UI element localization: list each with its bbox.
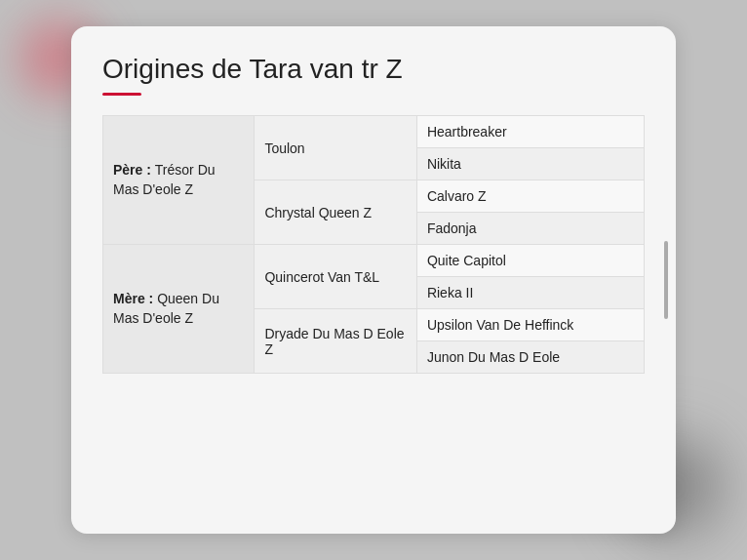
label-pere: Père :	[113, 162, 155, 178]
page-title: Origines de Tara van tr Z	[102, 54, 645, 85]
quite-capitol-name: Quite Capitol	[427, 253, 506, 268]
label-mere: Mère :	[113, 291, 157, 306]
chrystal-name: Chrystal Queen Z	[264, 205, 372, 220]
toulon-name: Toulon	[264, 140, 304, 156]
quincerot-name: Quincerot Van T&L	[264, 269, 379, 285]
rieka-name: Rieka II	[427, 285, 473, 300]
cell-junon: Junon Du Mas D Eole	[416, 341, 644, 374]
calvaro-name: Calvaro Z	[427, 188, 487, 204]
scrollbar[interactable]	[664, 241, 668, 319]
cell-upsilon: Upsilon Van De Heffinck	[416, 309, 644, 341]
upsilon-name: Upsilon Van De Heffinck	[427, 317, 573, 333]
cell-rieka: Rieka II	[416, 277, 644, 309]
cell-quincerot: Quincerot Van T&L	[255, 245, 417, 309]
cell-chrystal: Chrystal Queen Z	[255, 180, 417, 245]
heartbreaker-name: Heartbreaker	[427, 124, 507, 140]
cell-pere: Père : Trésor Du Mas D'eole Z	[103, 116, 255, 245]
fadonja-name: Fadonja	[427, 220, 477, 236]
dryade-name: Dryade Du Mas D Eole Z	[264, 326, 404, 357]
nikita-name: Nikita	[427, 156, 461, 172]
cell-dryade: Dryade Du Mas D Eole Z	[255, 309, 417, 374]
junon-name: Junon Du Mas D Eole	[427, 349, 560, 365]
main-card: Origines de Tara van tr Z Père : Trésor …	[71, 26, 676, 534]
pedigree-table: Père : Trésor Du Mas D'eole Z Toulon Hea…	[102, 115, 645, 374]
cell-heartbreaker: Heartbreaker	[416, 116, 644, 148]
cell-mere: Mère : Queen Du Mas D'eole Z	[103, 245, 255, 374]
cell-quite-capitol: Quite Capitol	[416, 245, 644, 277]
cell-nikita: Nikita	[416, 148, 644, 180]
cell-fadonja: Fadonja	[416, 213, 644, 245]
cell-calvaro: Calvaro Z	[416, 180, 644, 213]
title-underline	[102, 93, 141, 96]
table-row: Mère : Queen Du Mas D'eole Z Quincerot V…	[103, 245, 645, 277]
table-row: Père : Trésor Du Mas D'eole Z Toulon Hea…	[103, 116, 645, 148]
cell-toulon: Toulon	[255, 116, 417, 180]
